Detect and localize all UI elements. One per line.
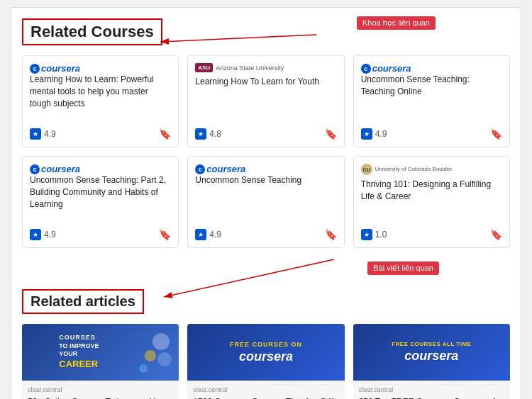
related-articles-title: Related articles	[22, 289, 144, 314]
bookmark-icon[interactable]: 🔖	[159, 128, 171, 140]
course-rating: ★ 4.8	[195, 128, 221, 140]
related-courses-title: Related Courses	[22, 18, 162, 45]
bookmark-icon[interactable]: 🔖	[325, 229, 337, 240]
article-source: clear.central	[193, 386, 338, 393]
article-card[interactable]: FREE COURSES ON coursera clear.central 1…	[187, 324, 344, 399]
coursera-logo: c coursera	[30, 63, 171, 74]
course-title: Thriving 101: Designing a Fulfilling Lif…	[361, 179, 502, 203]
course-card[interactable]: c coursera Uncommon Sense Teaching: Part…	[22, 156, 179, 248]
bookmark-icon[interactable]: 🔖	[159, 229, 171, 240]
asu-logo: ASU Arizona State University	[195, 63, 336, 72]
cu-icon: CU	[361, 164, 372, 175]
cu-text: University of Colorado Boulder	[375, 166, 453, 173]
course-rating: ★ 4.9	[30, 128, 56, 140]
star-icon: ★	[30, 128, 41, 140]
course-title: Learning How to Learn: Powerful mental t…	[30, 74, 171, 109]
article-img-content: FREE COURSES ALL TIME coursera	[386, 335, 477, 369]
article-card[interactable]: FREE COURSES ALL TIME coursera clear.cen…	[353, 324, 510, 399]
related-articles-section: Related articles COURSES TO IMPROVE YOUR…	[22, 289, 510, 399]
course-footer: ★ 4.9 🔖	[30, 128, 171, 140]
article-image: FREE COURSES ALL TIME coursera	[353, 324, 510, 381]
coursera-icon: c	[30, 164, 40, 174]
improve-text2: YOUR	[59, 350, 142, 359]
course-footer: ★ 4.9 🔖	[361, 128, 502, 140]
star-icon: ★	[361, 229, 372, 240]
coursera-text: coursera	[206, 164, 245, 174]
course-rating: ★ 4.9	[30, 229, 56, 240]
svg-point-4	[153, 333, 170, 350]
star-icon: ★	[195, 128, 206, 140]
article-source: clear.central	[359, 386, 504, 393]
article-title: 1700 Coursera Courses That Are Still Com…	[193, 396, 338, 399]
svg-point-7	[139, 364, 148, 373]
svg-point-5	[145, 350, 156, 361]
coursera-text: coursera	[41, 63, 80, 74]
career-text: CAREER	[59, 359, 142, 371]
article-image: FREE COURSES ON coursera	[187, 324, 344, 381]
course-title: Learning How To Learn for Youth	[195, 76, 336, 88]
improve-text: TO IMPROVE	[59, 342, 142, 351]
coursera-text: coursera	[372, 63, 411, 74]
coursera-logo: c coursera	[361, 63, 502, 74]
article-body: clear.central 1700 Coursera Courses That…	[187, 381, 344, 399]
article-title: 250 Top FREE Coursera Courses of All Tim…	[359, 396, 504, 399]
course-title: Uncommon Sense Teaching	[195, 174, 336, 186]
article-image: COURSES TO IMPROVE YOUR CAREER	[22, 324, 179, 381]
annotation-articles: Bài viết liên quan	[367, 262, 439, 275]
article-card[interactable]: COURSES TO IMPROVE YOUR CAREER clear.cen…	[22, 324, 179, 399]
related-courses-section: Related Courses c coursera Learning How …	[22, 18, 510, 248]
coursera-logo: c coursera	[30, 164, 171, 174]
star-icon: ★	[361, 128, 372, 140]
coursera-icon: c	[30, 64, 40, 74]
article-source: clear.central	[28, 386, 173, 393]
course-rating: ★ 4.9	[361, 128, 387, 140]
cu-logo: CU University of Colorado Boulder	[361, 164, 502, 175]
bookmark-icon[interactable]: 🔖	[325, 128, 337, 140]
career-decorative-svg	[136, 327, 175, 377]
course-card[interactable]: c coursera Uncommon Sense Teaching: Teac…	[353, 55, 510, 147]
course-rating: ★ 4.9	[195, 229, 221, 240]
course-footer: ★ 4.9 🔖	[30, 229, 171, 240]
course-card[interactable]: ASU Arizona State University Learning Ho…	[187, 55, 344, 147]
star-icon: ★	[195, 229, 206, 240]
course-card[interactable]: c coursera Learning How to Learn: Powerf…	[22, 55, 179, 147]
course-title: Uncommon Sense Teaching: Teaching Online	[361, 74, 502, 98]
main-container: Khoa học liên quan Related Courses c cou…	[11, 7, 521, 399]
career-text-overlay: COURSES TO IMPROVE YOUR CAREER	[53, 328, 148, 376]
bookmark-icon[interactable]: 🔖	[490, 128, 502, 140]
star-icon: ★	[30, 229, 41, 240]
articles-grid: COURSES TO IMPROVE YOUR CAREER clear.cen…	[22, 324, 510, 399]
asu-text: Arizona State University	[216, 64, 284, 72]
article-img-content: FREE COURSES ON coursera	[224, 335, 308, 370]
asu-badge: ASU	[195, 63, 213, 72]
annotation-courses: Khoa học liên quan	[357, 16, 436, 30]
coursera-logo: c coursera	[195, 164, 336, 174]
course-card[interactable]: CU University of Colorado Boulder Thrivi…	[353, 156, 510, 248]
coursera-icon: c	[361, 64, 371, 74]
course-card[interactable]: c coursera Uncommon Sense Teaching ★ 4.9…	[187, 156, 344, 248]
article-title: 50+ Online Courses To Improve Your Caree…	[28, 396, 173, 399]
course-footer: ★ 4.9 🔖	[195, 229, 336, 240]
article-body: clear.central 50+ Online Courses To Impr…	[22, 381, 179, 399]
course-footer: ★ 1.0 🔖	[361, 229, 502, 240]
course-title: Uncommon Sense Teaching: Part 2, Buildin…	[30, 174, 171, 210]
courses-text: COURSES	[59, 334, 142, 342]
courses-grid: c coursera Learning How to Learn: Powerf…	[22, 55, 510, 248]
course-footer: ★ 4.8 🔖	[195, 128, 336, 140]
coursera-icon: c	[195, 164, 205, 174]
svg-point-6	[157, 352, 172, 366]
course-rating: ★ 1.0	[361, 229, 387, 240]
coursera-text: coursera	[41, 164, 80, 174]
bookmark-icon[interactable]: 🔖	[490, 229, 502, 240]
article-body: clear.central 250 Top FREE Coursera Cour…	[353, 381, 510, 399]
